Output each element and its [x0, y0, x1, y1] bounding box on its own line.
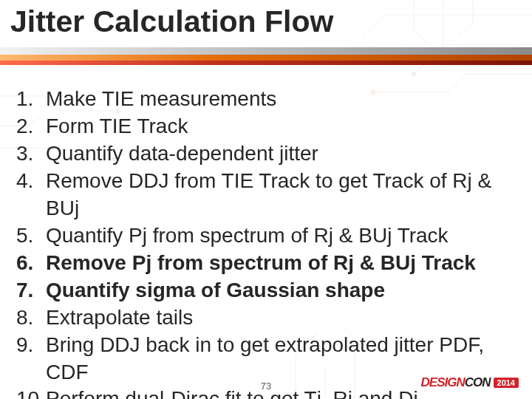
title-wrap: Jitter Calculation Flow: [10, 4, 333, 39]
step-item: Quantify sigma of Gaussian shape: [16, 277, 519, 304]
logo-year-badge: 2014: [494, 378, 519, 388]
step-text: Remove Pj from spectrum of Rj & BUj Trac…: [46, 250, 476, 277]
step-text: Quantify data-dependent jitter: [46, 140, 318, 168]
step-text: Form TIE Track: [46, 113, 188, 140]
logo-text: DESIGNCON: [421, 375, 491, 390]
step-text: Make TIE measurements: [46, 86, 276, 113]
step-item: Quantify data-dependent jitter: [16, 140, 519, 168]
svg-point-3: [412, 72, 416, 76]
step-item: Make TIE measurements: [16, 86, 519, 113]
step-text: Quantify Pj from spectrum of Rj & BUj Tr…: [46, 222, 449, 250]
step-text: Quantify sigma of Gaussian shape: [46, 277, 385, 304]
accent-bars: [0, 47, 532, 65]
step-item: Extrapolate tails: [16, 304, 519, 332]
step-item: Form TIE Track: [16, 113, 519, 140]
step-item: Remove Pj from spectrum of Rj & BUj Trac…: [16, 250, 519, 277]
step-text: Extrapolate tails: [46, 304, 193, 332]
bar-red: [0, 61, 532, 65]
slide-title: Jitter Calculation Flow: [10, 4, 333, 39]
steps-list: Make TIE measurementsForm TIE TrackQuant…: [16, 86, 519, 399]
logo-text-con: CON: [465, 375, 491, 389]
content-area: Make TIE measurementsForm TIE TrackQuant…: [16, 86, 519, 399]
step-item: Remove DDJ from TIE Track to get Track o…: [16, 168, 519, 222]
bar-orange: [0, 55, 532, 61]
designcon-logo: DESIGNCON 2014: [421, 375, 519, 390]
logo-text-design: DESIGN: [421, 375, 465, 389]
step-text: Remove DDJ from TIE Track to get Track o…: [46, 168, 519, 222]
step-item: Quantify Pj from spectrum of Rj & BUj Tr…: [16, 222, 519, 250]
